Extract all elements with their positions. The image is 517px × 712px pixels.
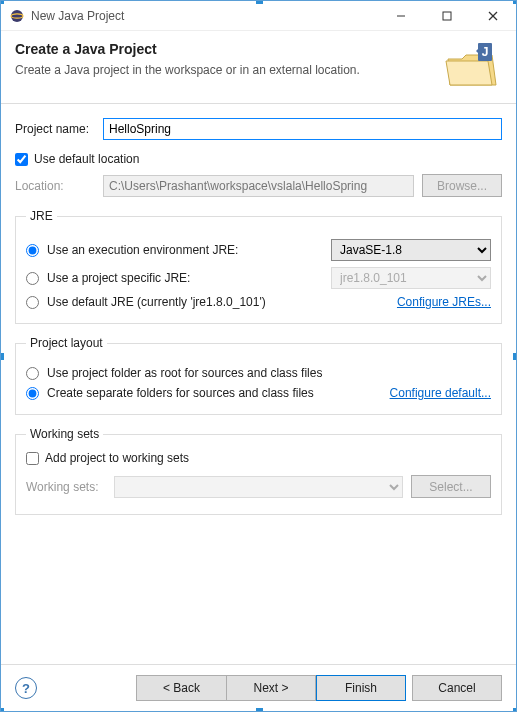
help-button[interactable]: ?	[15, 677, 37, 699]
location-label: Location:	[15, 179, 103, 193]
jre-default-radio[interactable]	[26, 296, 39, 309]
wizard-header: Create a Java Project Create a Java proj…	[1, 31, 516, 104]
jre-exec-env-select[interactable]: JavaSE-1.8	[331, 239, 491, 261]
page-title: Create a Java Project	[15, 41, 442, 57]
jre-project-specific-radio[interactable]	[26, 272, 39, 285]
titlebar: New Java Project	[1, 1, 516, 31]
jre-default-label[interactable]: Use default JRE (currently 'jre1.8.0_101…	[47, 295, 389, 309]
working-sets-select	[114, 476, 403, 498]
svg-text:J: J	[482, 45, 489, 59]
working-sets-legend: Working sets	[26, 427, 103, 441]
window-title: New Java Project	[31, 9, 378, 23]
jre-project-specific-label[interactable]: Use a project specific JRE:	[47, 271, 323, 285]
jre-exec-env-label[interactable]: Use an execution environment JRE:	[47, 243, 323, 257]
next-button[interactable]: Next >	[226, 675, 316, 701]
project-layout-group: Project layout Use project folder as roo…	[15, 336, 502, 415]
use-default-location-label: Use default location	[34, 152, 139, 166]
close-button[interactable]	[470, 1, 516, 31]
working-sets-label: Working sets:	[26, 480, 114, 494]
layout-root-label[interactable]: Use project folder as root for sources a…	[47, 366, 491, 380]
minimize-button[interactable]	[378, 1, 424, 31]
jre-legend: JRE	[26, 209, 57, 223]
configure-jres-link[interactable]: Configure JREs...	[397, 295, 491, 309]
working-sets-group: Working sets Add project to working sets…	[15, 427, 502, 515]
project-layout-legend: Project layout	[26, 336, 107, 350]
svg-rect-3	[443, 12, 451, 20]
jre-group: JRE Use an execution environment JRE: Ja…	[15, 209, 502, 324]
add-working-sets-checkbox[interactable]: Add project to working sets	[26, 451, 189, 465]
project-name-label: Project name:	[15, 122, 103, 136]
back-button[interactable]: < Back	[136, 675, 226, 701]
browse-button: Browse...	[422, 174, 502, 197]
project-name-input[interactable]	[103, 118, 502, 140]
add-working-sets-label: Add project to working sets	[45, 451, 189, 465]
page-subtitle: Create a Java project in the workspace o…	[15, 63, 442, 77]
eclipse-icon	[9, 8, 25, 24]
use-default-location-input[interactable]	[15, 153, 28, 166]
jre-project-specific-select: jre1.8.0_101	[331, 267, 491, 289]
wizard-footer: ? < Back Next > Finish Cancel	[1, 664, 516, 711]
maximize-button[interactable]	[424, 1, 470, 31]
svg-point-0	[11, 10, 23, 22]
select-working-sets-button: Select...	[411, 475, 491, 498]
location-input	[103, 175, 414, 197]
finish-button[interactable]: Finish	[316, 675, 406, 701]
jre-exec-env-radio[interactable]	[26, 244, 39, 257]
folder-java-icon: J	[442, 41, 502, 91]
layout-separate-radio[interactable]	[26, 387, 39, 400]
add-working-sets-input[interactable]	[26, 452, 39, 465]
configure-default-link[interactable]: Configure default...	[390, 386, 491, 400]
layout-root-radio[interactable]	[26, 367, 39, 380]
layout-separate-label[interactable]: Create separate folders for sources and …	[47, 386, 382, 400]
cancel-button[interactable]: Cancel	[412, 675, 502, 701]
use-default-location-checkbox[interactable]: Use default location	[15, 152, 139, 166]
